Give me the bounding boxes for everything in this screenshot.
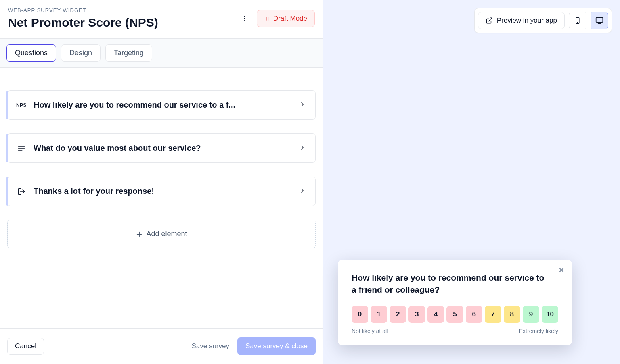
nps-score-10[interactable]: 10 [542,306,558,323]
add-element-button[interactable]: Add element [7,220,316,248]
chevron-right-icon [299,101,306,109]
svg-rect-14 [596,18,603,23]
question-title: What do you value most about our service… [34,144,201,153]
save-close-button[interactable]: Save survey & close [237,337,316,355]
preview-in-app-button[interactable]: Preview in your app [478,12,565,29]
question-card[interactable]: What do you value most about our service… [7,133,316,163]
nps-score-6[interactable]: 6 [466,306,482,323]
more-menu-button[interactable] [237,11,252,26]
preview-panel: Preview in your app How likely are you t… [323,0,620,364]
editor-panel: WEB-APP SURVEY WIDGET Net Promoter Score… [0,0,323,364]
plus-icon [136,231,143,238]
pause-icon [264,16,270,21]
svg-line-11 [488,18,492,21]
chevron-right-icon [299,187,306,196]
question-title: Thanks a lot for your response! [34,187,154,196]
question-title: How likely are you to recommend our serv… [34,100,235,110]
tab-targeting[interactable]: Targeting [105,44,152,62]
preview-in-app-label: Preview in your app [497,17,557,25]
external-link-icon [486,17,493,24]
desktop-icon [595,17,603,25]
header: WEB-APP SURVEY WIDGET Net Promoter Score… [0,0,323,38]
nps-score-0[interactable]: 0 [352,306,368,323]
tab-questions[interactable]: Questions [6,44,56,62]
question-card[interactable]: NPSHow likely are you to recommend our s… [7,90,316,120]
preview-toolbar: Preview in your app [474,8,612,33]
nps-score-4[interactable]: 4 [427,306,444,323]
text-lines-icon [17,144,25,152]
widget-question-text: How likely are you to recommend our serv… [352,272,558,295]
draft-mode-button[interactable]: Draft Mode [257,10,315,27]
nps-high-label: Extremely likely [519,328,558,334]
nps-score-8[interactable]: 8 [504,306,520,323]
footer: Cancel Save survey Save survey & close [0,328,323,364]
svg-point-1 [244,18,245,19]
cancel-button[interactable]: Cancel [7,338,44,355]
survey-title: Net Promoter Score (NPS) [8,16,158,29]
close-icon [558,267,565,273]
nps-score-9[interactable]: 9 [523,306,539,323]
nps-score-1[interactable]: 1 [371,306,387,323]
draft-mode-label: Draft Mode [273,15,307,23]
question-card[interactable]: Thanks a lot for your response! [7,177,316,206]
nps-score-5[interactable]: 5 [446,306,463,323]
exit-icon [17,187,25,196]
mobile-icon [574,17,581,24]
widget-close-button[interactable] [557,265,566,275]
nps-scale-labels: Not likely at all Extremely likely [352,328,558,334]
svg-point-0 [244,16,245,17]
questions-list: NPSHow likely are you to recommend our s… [0,68,323,328]
mobile-preview-button[interactable] [569,12,586,29]
nps-score-7[interactable]: 7 [485,306,501,323]
tabs: QuestionsDesignTargeting [0,38,323,68]
nps-icon: NPS [16,102,27,108]
save-survey-button[interactable]: Save survey [191,342,229,350]
desktop-preview-button[interactable] [591,12,608,29]
dots-vertical-icon [241,15,248,22]
nps-score-2[interactable]: 2 [390,306,406,323]
nps-score-3[interactable]: 3 [408,306,425,323]
add-element-label: Add element [146,230,187,238]
survey-widget-preview: How likely are you to recommend our serv… [338,260,572,345]
nps-scale: 012345678910 [352,306,558,323]
survey-type-label: WEB-APP SURVEY WIDGET [8,7,158,13]
nps-low-label: Not likely at all [352,328,388,334]
svg-point-2 [244,20,245,21]
chevron-right-icon [299,144,306,152]
tab-design[interactable]: Design [61,44,101,62]
